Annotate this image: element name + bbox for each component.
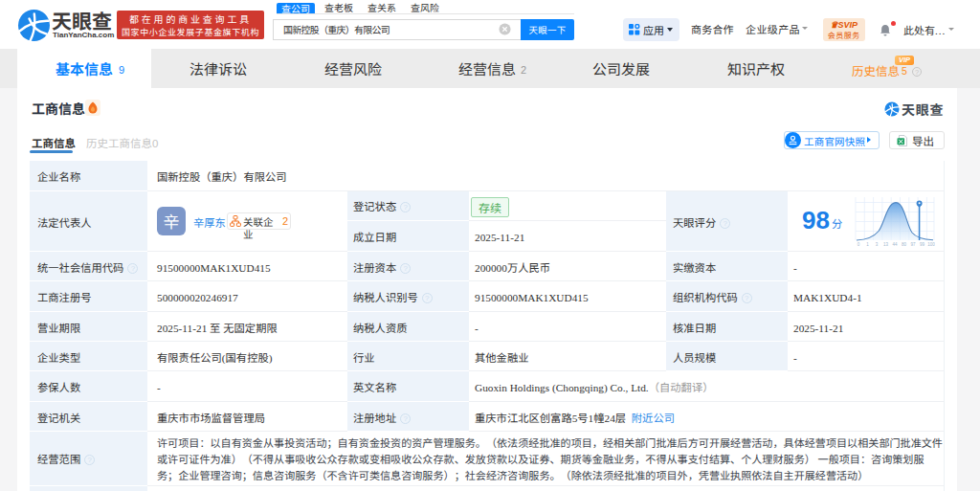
svg-text:0: 0 [858, 242, 860, 247]
svg-text:3: 3 [876, 242, 879, 247]
svg-text:99: 99 [920, 242, 925, 247]
svg-text:80: 80 [902, 242, 907, 247]
svg-text:100: 100 [927, 242, 935, 247]
svg-text:13: 13 [883, 242, 889, 247]
svg-text:97: 97 [910, 242, 916, 247]
svg-text:1: 1 [866, 242, 869, 247]
svg-text:44: 44 [892, 242, 898, 247]
